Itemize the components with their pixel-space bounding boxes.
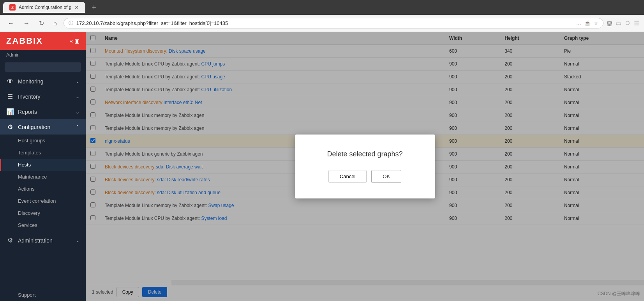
sidebar-sub-templates[interactable]: Templates [0, 147, 86, 159]
back-button[interactable]: ← [5, 18, 17, 28]
menu-icon[interactable]: ☰ [634, 19, 639, 27]
new-tab-button[interactable]: + [88, 3, 99, 12]
sidebar-search [0, 60, 86, 74]
chevron-reports-icon: ⌄ [76, 109, 79, 115]
security-icon: ⓘ [69, 20, 73, 27]
sidebar-sub-event-correlation[interactable]: Event correlation [0, 195, 86, 207]
logo-text: ZABBIX [6, 36, 43, 46]
logo-icons: « ▣ [70, 38, 79, 44]
sidebar-reports-label: Reports [18, 109, 37, 115]
address-text: 172.20.10.7/zabbix/graphs.php?filter_set… [76, 20, 573, 26]
sidebar-sub-host-groups[interactable]: Host groups [0, 135, 86, 147]
chevron-admin-icon: ⌄ [76, 238, 79, 243]
modal-title: Delete selected graphs? [314, 150, 416, 158]
sidebar-sub-maintenance[interactable]: Maintenance [0, 171, 86, 183]
sidebar: ZABBIX « ▣ Admin 👁 Monitoring ⌄ ☰ Invent… [0, 32, 86, 301]
reports-icon: 📊 [6, 108, 14, 115]
home-button[interactable]: ⌂ [50, 18, 60, 28]
sidebar-item-monitoring[interactable]: 👁 Monitoring ⌄ [0, 74, 86, 89]
confirm-dialog: Delete selected graphs? Cancel OK [295, 135, 435, 198]
sidebar-sub-services[interactable]: Services [0, 219, 86, 231]
library-icon[interactable]: ▩ [607, 19, 612, 27]
profile-icon[interactable]: ☺ [625, 19, 631, 27]
sidebar-sub-hosts[interactable]: Hosts [0, 159, 86, 171]
bookmark-icon[interactable]: … [576, 20, 581, 26]
sidebar-item-administration[interactable]: ⚙ Administration ⌄ [0, 233, 86, 248]
sidebar-admin-label: Administration [18, 237, 53, 244]
app-container: ZABBIX « ▣ Admin 👁 Monitoring ⌄ ☰ Invent… [0, 32, 644, 301]
monitoring-icon: 👁 [6, 78, 14, 85]
sidebar-logo: ZABBIX « ▣ [0, 32, 86, 50]
star-icon[interactable]: ☆ [594, 20, 598, 26]
modal-buttons: Cancel OK [314, 170, 416, 183]
sidebar-item-reports[interactable]: 📊 Reports ⌄ [0, 104, 86, 119]
sidebar-item-configuration[interactable]: ⚙ Configuration ⌃ [0, 119, 86, 135]
configuration-icon: ⚙ [6, 123, 14, 131]
chevron-config-icon: ⌃ [76, 124, 79, 130]
sidebar-sub-actions[interactable]: Actions [0, 183, 86, 195]
sidebar-sub-discovery[interactable]: Discovery [0, 207, 86, 219]
nav-bar: ← → ↻ ⌂ ⓘ 172.20.10.7/zabbix/graphs.php?… [0, 15, 644, 32]
collapse-icon[interactable]: « [70, 38, 73, 44]
chevron-down-icon: ⌄ [76, 79, 79, 84]
inventory-icon: ☰ [6, 93, 14, 100]
reload-button[interactable]: ↻ [36, 18, 47, 28]
main-content: Name Width Height Graph type Mounted fil… [86, 32, 644, 301]
search-input[interactable] [5, 62, 81, 72]
tab-title: Admin: Configuration of g [19, 5, 71, 10]
close-tab-button[interactable]: ✕ [74, 4, 79, 11]
favicon: Z [9, 4, 16, 11]
forward-button[interactable]: → [20, 18, 33, 28]
sidebar-sub-support[interactable]: Support [0, 289, 86, 301]
sidebar-configuration-label: Configuration [18, 124, 50, 130]
sidebar-inventory-label: Inventory [18, 94, 41, 100]
browser-tab[interactable]: Z Admin: Configuration of g ✕ [3, 2, 85, 13]
sidebar-item-inventory[interactable]: ☰ Inventory ⌄ [0, 89, 86, 104]
synced-tabs-icon[interactable]: ▭ [616, 19, 621, 27]
sidebar-monitoring-label: Monitoring [18, 78, 43, 85]
sidebar-user: Admin [0, 50, 86, 60]
ok-button[interactable]: OK [371, 170, 401, 183]
admin-icon: ⚙ [6, 237, 14, 244]
reader-icon[interactable]: ☕ [584, 20, 591, 26]
modal-overlay: Delete selected graphs? Cancel OK [86, 32, 644, 301]
browser-actions: ▩ ▭ ☺ ☰ [607, 19, 639, 27]
chevron-right-icon: ⌄ [76, 94, 79, 99]
browser-chrome: Z Admin: Configuration of g ✕ + [0, 0, 644, 15]
cancel-button[interactable]: Cancel [328, 170, 367, 183]
expand-icon[interactable]: ▣ [74, 38, 79, 44]
address-actions: … ☕ ☆ [576, 20, 598, 26]
address-bar[interactable]: ⓘ 172.20.10.7/zabbix/graphs.php?filter_s… [64, 18, 603, 28]
